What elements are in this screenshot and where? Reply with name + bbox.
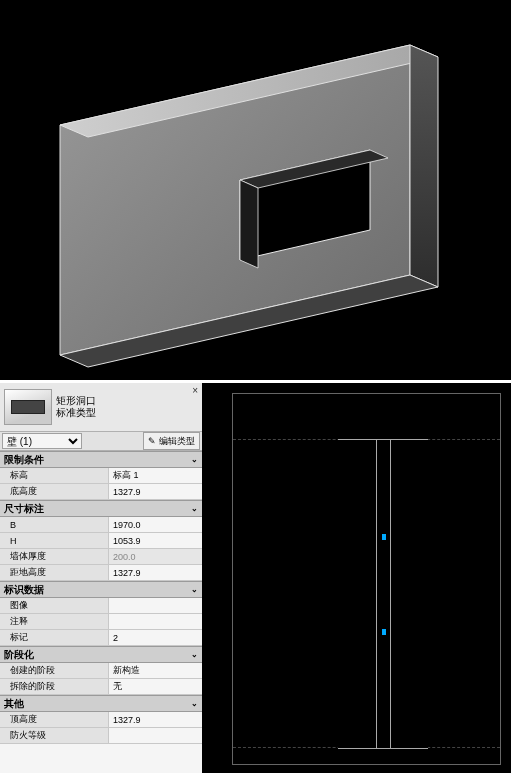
label-wall-thickness: 墙体厚度: [0, 549, 109, 564]
opening-edge-right: [390, 440, 391, 748]
value-b[interactable]: 1970.0: [109, 517, 202, 532]
collapse-icon: ⌄: [191, 504, 198, 513]
label-top-height: 顶高度: [0, 712, 109, 727]
wall-2d[interactable]: [338, 439, 428, 749]
value-image[interactable]: [109, 598, 202, 613]
instance-selector[interactable]: 壁 (1): [2, 433, 82, 449]
value-top-height[interactable]: 1327.9: [109, 712, 202, 727]
label-level: 标高: [0, 468, 109, 483]
grip-marker[interactable]: [382, 534, 386, 540]
label-b: B: [0, 517, 109, 532]
section-constraints[interactable]: 限制条件⌄: [0, 451, 202, 468]
value-created-phase[interactable]: 新构造: [109, 663, 202, 678]
value-ground-height[interactable]: 1327.9: [109, 565, 202, 580]
collapse-icon: ⌄: [191, 455, 198, 464]
grip-marker[interactable]: [382, 629, 386, 635]
section-other[interactable]: 其他⌄: [0, 695, 202, 712]
value-level[interactable]: 标高 1: [109, 468, 202, 483]
value-comment[interactable]: [109, 614, 202, 629]
collapse-icon: ⌄: [191, 699, 198, 708]
value-fire-rating[interactable]: [109, 728, 202, 743]
opening-edge-left: [376, 440, 377, 748]
value-h[interactable]: 1053.9: [109, 533, 202, 548]
section-phasing[interactable]: 阶段化⌄: [0, 646, 202, 663]
label-demolished-phase: 拆除的阶段: [0, 679, 109, 694]
viewport-2d[interactable]: [202, 383, 511, 773]
label-ground-height: 距地高度: [0, 565, 109, 580]
label-comment: 注释: [0, 614, 109, 629]
edit-type-label: 编辑类型: [159, 435, 195, 448]
instance-selector-row: 壁 (1) ✎ 编辑类型: [0, 432, 202, 451]
label-created-phase: 创建的阶段: [0, 663, 109, 678]
label-fire-rating: 防火等级: [0, 728, 109, 743]
viewport-3d[interactable]: [0, 0, 511, 383]
edit-type-button[interactable]: ✎ 编辑类型: [143, 432, 200, 450]
value-base-height[interactable]: 1327.9: [109, 484, 202, 499]
properties-panel: 矩形洞口 标准类型 × 壁 (1) ✎ 编辑类型 限制条件⌄ 标高标高 1 底高…: [0, 383, 202, 773]
type-thumbnail: [4, 389, 52, 425]
section-dimensions[interactable]: 尺寸标注⌄: [0, 500, 202, 517]
properties-header: 矩形洞口 标准类型 ×: [0, 383, 202, 432]
label-image: 图像: [0, 598, 109, 613]
section-identity[interactable]: 标识数据⌄: [0, 581, 202, 598]
type-name-line1: 矩形洞口: [56, 395, 96, 407]
type-name-line2: 标准类型: [56, 407, 96, 419]
collapse-icon: ⌄: [191, 650, 198, 659]
label-base-height: 底高度: [0, 484, 109, 499]
edit-type-icon: ✎: [148, 436, 156, 446]
label-h: H: [0, 533, 109, 548]
svg-marker-6: [240, 180, 258, 268]
label-mark: 标记: [0, 630, 109, 645]
crop-frame: [232, 393, 501, 765]
close-icon[interactable]: ×: [192, 385, 198, 396]
svg-marker-2: [410, 45, 438, 287]
value-demolished-phase[interactable]: 无: [109, 679, 202, 694]
collapse-icon: ⌄: [191, 585, 198, 594]
value-wall-thickness: 200.0: [109, 549, 202, 564]
value-mark[interactable]: 2: [109, 630, 202, 645]
wall-3d-model: [40, 35, 470, 375]
properties-blank-area: [0, 744, 202, 773]
